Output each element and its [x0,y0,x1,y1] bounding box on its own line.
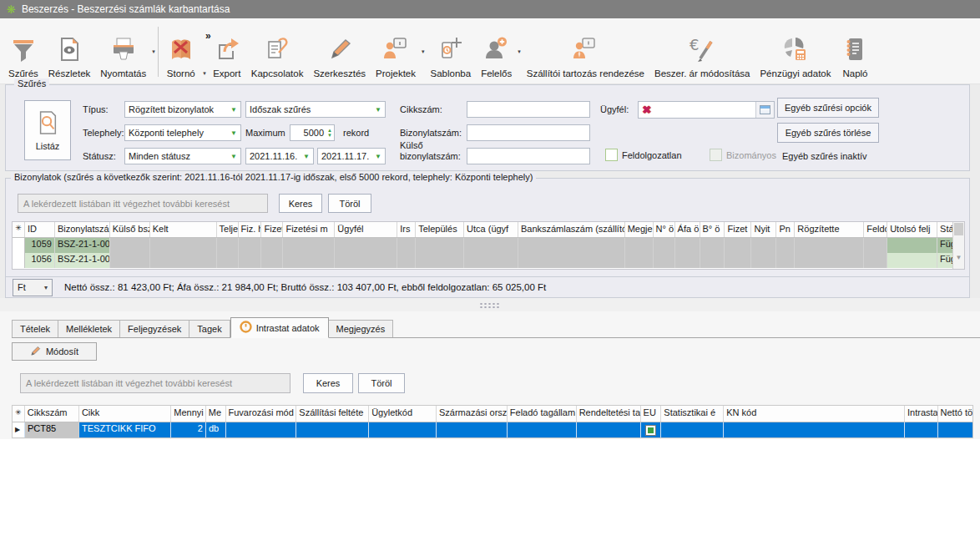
row-header[interactable] [13,253,25,268]
column-header[interactable]: Irs [397,222,416,237]
toolbar-button-szerkesztes[interactable]: Szerkesztés [308,20,371,83]
statusz-select[interactable]: Minden státusz ▼ [124,148,241,164]
column-header[interactable]: Rögzítette [795,222,864,237]
column-header[interactable]: Mennyi [171,406,205,422]
eu-checkbox[interactable] [645,425,656,436]
column-header[interactable]: KN kód [724,406,905,422]
column-header[interactable]: Cikk [79,406,171,422]
column-header[interactable]: Pn [776,222,795,237]
vertical-scrollbar[interactable]: ▼ [952,222,964,269]
detail-torol-button[interactable]: Töröl [358,373,405,393]
telephely-select[interactable]: Központi telephely ▼ [124,124,241,141]
idoszak-select[interactable]: Időszak szűrés ▼ [245,101,386,118]
column-header[interactable]: Utca (ügyf [464,222,518,237]
column-header[interactable]: Külső bsza [110,222,150,237]
cikkszam-input[interactable] [467,101,590,118]
scroll-down-icon[interactable]: ▼ [953,254,964,261]
toolbar-button-export[interactable]: Export [208,20,246,83]
toolbar-button-reszletek[interactable]: Részletek [43,20,96,83]
table-row-selected[interactable]: ▶ PCT85 TESZTCIKK FIFO 2 db [13,422,972,437]
column-header[interactable]: Intrasta [905,406,938,422]
toolbar-button-nyomtatas[interactable]: Nyomtatás [95,20,151,83]
select-all-cell[interactable]: ✳ [13,222,25,237]
table-row[interactable]: 1056 BSZ-21-1-000 Függ [13,253,964,268]
date-to-select[interactable]: 2021.11.17. ▼ [317,148,386,164]
column-header[interactable]: Me [206,406,226,422]
column-header[interactable]: Bankszámlaszám (szállító) [518,222,625,237]
documents-search-input[interactable]: A lekérdezett listában itt végezhet tová… [18,194,268,213]
ugyfel-field[interactable]: ✖ [638,101,775,119]
tab-megjegyzes[interactable]: Megjegyzés [329,320,394,337]
tab-tetelek[interactable]: Tételek [12,320,58,337]
clear-x-icon[interactable]: ✖ [639,104,654,116]
bizonylatszam-input[interactable] [467,124,590,141]
toolbar-button-felelos[interactable]: Felelős [476,20,517,83]
splitter-handle[interactable] [0,298,980,311]
column-header[interactable]: Kelt [150,222,217,237]
tipus-select[interactable]: Rögzített bizonylatok ▼ [124,101,241,118]
egyeb-szuresi-opciok-button[interactable]: Egyéb szűrési opciók [777,98,879,118]
column-header[interactable]: Telje [217,222,239,237]
column-header[interactable]: Ügyfél [335,222,397,237]
column-header[interactable]: Statisztikai é [661,406,724,422]
column-header[interactable]: N° ö [654,222,675,237]
column-header[interactable]: Nettó tör [938,406,972,422]
column-header[interactable]: Fiz. h [239,222,262,237]
toolbar-button-penzugyi-adatok[interactable]: Pénzügyi adatok [755,20,836,83]
column-header[interactable]: Szállítási feltéte [296,406,369,422]
row-header[interactable] [13,238,25,253]
kulso-bizonylatszam-input[interactable] [467,148,590,164]
select-all-cell[interactable]: ✳ [13,406,25,422]
toolbar-button-kapcsolatok[interactable]: Kapcsolatok [246,20,309,83]
listaz-button[interactable]: Listáz [24,100,71,160]
toolbar-button-sablonba[interactable]: Sablonba [426,20,477,83]
column-header[interactable]: Fizet [261,222,283,237]
toolbar-button-storno[interactable]: » Stornó ▾ [161,20,208,83]
tab-tagek[interactable]: Tagek [189,320,230,337]
tab-mellekletek[interactable]: Mellékletek [58,320,120,337]
column-header[interactable]: Utolsó felj [887,222,937,237]
currency-select[interactable]: Ft ▾ [13,279,53,296]
tipus-value: Rögzített bizonylatok [129,104,228,114]
documents-torol-button[interactable]: Töröl [328,194,371,213]
column-header[interactable]: Ügyletkód [369,406,437,422]
column-header[interactable]: Megje [625,222,654,237]
column-header[interactable]: Fizet [725,222,751,237]
detail-keres-button[interactable]: Keres [303,373,353,393]
column-header[interactable]: Feldo [864,222,887,237]
detail-search-input[interactable]: A lekérdezett listában itt végezhet tová… [20,373,290,393]
egyeb-szures-torlese-button[interactable]: Egyéb szűrés törlése [777,123,879,143]
column-header[interactable]: Rendeltetési tag [577,406,641,422]
cell-cikkszam: PCT85 [25,422,79,437]
tab-intrastat-adatok[interactable]: Intrastat adatok [230,317,329,338]
table-row[interactable]: 1059 BSZ-21-1-000 Függ [13,238,964,253]
column-header[interactable]: Feladó tagállam [508,406,577,422]
column-header[interactable]: B° ö [700,222,725,237]
column-header[interactable]: EU [641,406,662,422]
column-header[interactable]: Áfa ö [675,222,700,237]
scrollbar-thumb[interactable] [954,223,963,235]
column-header[interactable]: ID [25,222,55,237]
storno-dropdown-arrow[interactable]: ▾ [203,70,206,77]
modosit-button[interactable]: Módosít [12,342,97,361]
ugyfel-browse-button[interactable] [755,102,774,118]
toolbar-button-naplo[interactable]: Napló [836,20,874,83]
toolbar-button-szures[interactable]: Szűrés [3,20,43,83]
toolbar-button-beszar-modositas[interactable]: € Beszer. ár módosítása [649,20,755,83]
documents-keres-button[interactable]: Keres [279,194,322,213]
toolbar-button-projektek[interactable]: Projektek [371,20,421,83]
column-header[interactable]: Település [416,222,464,237]
feldolgozatlan-checkbox[interactable] [605,149,618,161]
column-header[interactable]: Fizetési m [283,222,335,237]
spinner-arrows-icon[interactable]: ▲▼ [327,128,334,138]
column-header[interactable]: Cikkszám [25,406,79,422]
toolbar-button-szallitoi-tartozas[interactable]: Szállítói tartozás rendezése [522,20,649,83]
tab-feljegyzesek[interactable]: Feljegyzések [120,320,189,337]
column-header[interactable]: Származási orsz [437,406,508,422]
column-header[interactable]: Nyit [751,222,776,237]
print-dropdown-arrow[interactable]: ▾ [151,20,156,83]
column-header[interactable]: Fuvarozási mód [226,406,297,422]
maximum-spinner[interactable]: 5000 ▲▼ [290,124,335,141]
column-header[interactable]: Bizonylatszám [55,222,110,237]
date-from-select[interactable]: 2021.11.16. ▼ [245,148,314,164]
